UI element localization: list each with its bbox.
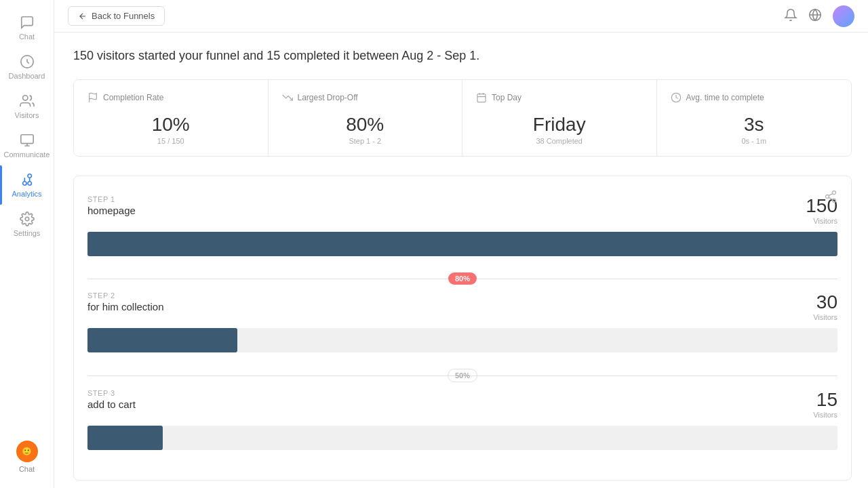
funnel-step-2: Step 2 for him collection 30 Visitors: [87, 291, 837, 352]
stat-label-text-avgtime: Avg. time to complete: [686, 93, 764, 102]
funnel-section: Step 1 homepage 150 Visitors 80%: [73, 176, 852, 481]
sidebar-item-analytics[interactable]: Analytics: [0, 165, 54, 205]
drop-indicator-1: 80%: [87, 272, 837, 285]
calendar-icon: [476, 92, 487, 103]
step-3-visitors-num: 15: [813, 389, 837, 411]
step-2-bar: [87, 328, 237, 352]
sidebar-item-chat[interactable]: Chat: [0, 8, 54, 47]
stat-completion-rate: Completion Rate 10% 15 / 150: [74, 80, 269, 156]
analytics-icon: [20, 172, 35, 187]
sidebar-label-communicate: Communicate: [4, 150, 50, 159]
page-header: Back to Funnels: [54, 0, 868, 33]
sidebar: Chat Dashboard Visitors Communicate Anal…: [0, 0, 54, 488]
arrow-left-icon: [78, 12, 87, 21]
sidebar-item-communicate[interactable]: Communicate: [0, 126, 54, 165]
step-2-visitors: 30 Visitors: [813, 291, 837, 321]
sidebar-label-chat: Chat: [19, 33, 35, 41]
svg-point-3: [22, 182, 26, 186]
funnel-step-3: Step 3 add to cart 15 Visitors: [87, 389, 837, 450]
dropoff-icon: [282, 92, 293, 103]
user-avatar[interactable]: [833, 5, 854, 27]
step-2-visitors-label: Visitors: [813, 313, 837, 321]
stats-row: Completion Rate 10% 15 / 150 Largest Dro…: [73, 79, 852, 157]
stat-label-text-dropoff: Largest Drop-Off: [298, 93, 358, 102]
step-1-visitors-label: Visitors: [806, 217, 837, 225]
back-to-funnels-button[interactable]: Back to Funnels: [68, 6, 165, 26]
step-3-label: Step 3: [87, 389, 136, 397]
stat-sub-topday: 38 Completed: [476, 137, 643, 145]
svg-rect-2: [20, 135, 33, 144]
notifications-icon[interactable]: [784, 8, 797, 24]
settings-icon: [20, 211, 35, 226]
step-3-bar-container: [87, 426, 837, 450]
step-1-bar: [87, 232, 837, 256]
user-avatar-small: 🙂: [16, 441, 38, 462]
step-1-info: Step 1 homepage: [87, 195, 136, 216]
stat-label-dropoff: Largest Drop-Off: [282, 92, 449, 103]
step-2-visitors-num: 30: [813, 291, 837, 313]
sidebar-label-dashboard: Dashboard: [9, 72, 45, 80]
sidebar-item-dashboard[interactable]: Dashboard: [0, 47, 54, 87]
stat-label-text-topday: Top Day: [492, 93, 521, 102]
stat-label-topday: Top Day: [476, 92, 643, 103]
globe-icon[interactable]: [808, 8, 822, 24]
step-1-label: Step 1: [87, 195, 136, 203]
svg-point-6: [25, 217, 29, 221]
step-3-info: Step 3 add to cart: [87, 389, 136, 410]
svg-point-4: [27, 174, 31, 178]
stat-largest-dropoff: Largest Drop-Off 80% Step 1 - 2: [269, 80, 463, 156]
step-3-visitors-label: Visitors: [813, 411, 837, 419]
svg-point-15: [833, 191, 836, 195]
drop-indicator-2: 50%: [87, 369, 837, 382]
drop-badge-1: 80%: [448, 272, 477, 285]
visitors-icon: [20, 94, 35, 108]
sidebar-label-analytics: Analytics: [12, 190, 41, 198]
stat-sub-completion: 15 / 150: [87, 137, 254, 145]
clock-icon: [671, 92, 682, 103]
chat-icon: [20, 15, 35, 30]
stat-sub-dropoff: Step 1 - 2: [282, 137, 449, 145]
sidebar-label-settings: Settings: [14, 229, 41, 237]
svg-line-19: [829, 193, 833, 195]
sidebar-item-settings[interactable]: Settings: [0, 205, 54, 244]
header-right: [784, 5, 854, 27]
step-1-header: Step 1 homepage 150 Visitors: [87, 195, 837, 225]
step-3-header: Step 3 add to cart 15 Visitors: [87, 389, 837, 419]
sidebar-bottom: 🙂 Chat: [16, 441, 38, 480]
back-button-label: Back to Funnels: [92, 11, 155, 21]
step-3-name: add to cart: [87, 399, 136, 410]
main-content: Back to Funnels 150 visitors started you…: [54, 0, 868, 488]
funnel-share-icon[interactable]: [824, 190, 837, 206]
stat-label-text-completion: Completion Rate: [103, 93, 163, 102]
stat-label-avgtime: Avg. time to complete: [671, 92, 838, 103]
page-content: 150 visitors started your funnel and 15 …: [54, 33, 868, 488]
svg-line-18: [829, 197, 833, 199]
step-3-visitors: 15 Visitors: [813, 389, 837, 419]
sidebar-chat-label: Chat: [19, 465, 35, 473]
drop-badge-2: 50%: [448, 369, 477, 382]
active-bar: [0, 165, 2, 205]
dashboard-icon: [20, 54, 35, 69]
stat-value-completion: 10%: [87, 114, 254, 136]
step-1-name: homepage: [87, 205, 136, 216]
step-2-header: Step 2 for him collection 30 Visitors: [87, 291, 837, 321]
funnel-headline: 150 visitors started your funnel and 15 …: [73, 49, 852, 63]
stat-label-completion: Completion Rate: [87, 92, 254, 103]
svg-point-16: [826, 195, 829, 199]
funnel-step-1: Step 1 homepage 150 Visitors: [87, 195, 837, 256]
stat-sub-avgtime: 0s - 1m: [671, 137, 838, 145]
step-2-name: for him collection: [87, 301, 164, 312]
svg-rect-10: [477, 94, 486, 102]
step-1-bar-container: [87, 232, 837, 256]
stat-avg-time: Avg. time to complete 3s 0s - 1m: [657, 80, 852, 156]
svg-point-5: [27, 182, 31, 186]
stat-value-topday: Friday: [476, 114, 643, 136]
sidebar-label-visitors: Visitors: [15, 111, 39, 119]
stat-value-avgtime: 3s: [671, 114, 838, 136]
step-2-bar-container: [87, 328, 837, 352]
step-2-label: Step 2: [87, 291, 164, 300]
sidebar-item-visitors[interactable]: Visitors: [0, 87, 54, 126]
step-2-info: Step 2 for him collection: [87, 291, 164, 312]
svg-point-17: [833, 199, 836, 202]
svg-point-1: [22, 96, 27, 100]
